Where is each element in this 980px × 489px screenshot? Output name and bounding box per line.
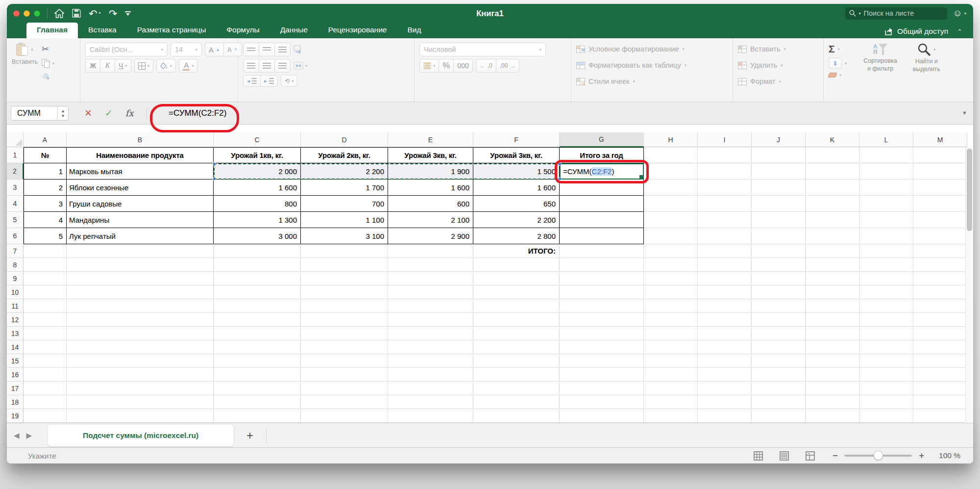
- cell[interactable]: [859, 180, 913, 196]
- sheet-tab-active[interactable]: Подсчет суммы (microexcel.ru): [48, 425, 234, 446]
- col-header[interactable]: A: [24, 132, 67, 147]
- cell[interactable]: [698, 212, 752, 228]
- cell[interactable]: [301, 395, 388, 409]
- ribbon-tab[interactable]: Данные: [270, 23, 318, 38]
- col-header[interactable]: J: [752, 132, 806, 147]
- fill-color-button[interactable]: ▾: [156, 59, 176, 73]
- cell[interactable]: [859, 272, 913, 285]
- cell[interactable]: [24, 409, 67, 423]
- cell[interactable]: [560, 313, 644, 327]
- align-top-button[interactable]: [243, 43, 259, 56]
- row-header[interactable]: 7: [7, 244, 24, 258]
- cell[interactable]: [214, 340, 301, 354]
- cell[interactable]: [214, 285, 301, 299]
- formula-input[interactable]: =СУММ(C2:F2): [169, 108, 226, 118]
- cell[interactable]: Урожай 2кв, кг.: [301, 147, 388, 163]
- search-input[interactable]: ▾ Поиск на листе: [845, 7, 947, 20]
- row-header[interactable]: 17: [7, 382, 24, 395]
- cell[interactable]: [806, 147, 859, 163]
- cell[interactable]: 4: [24, 212, 67, 228]
- cell[interactable]: [560, 382, 644, 395]
- cell[interactable]: 3 100: [301, 228, 388, 244]
- conditional-formatting-button[interactable]: Условное форматирование▾: [576, 43, 686, 55]
- cell[interactable]: [806, 313, 859, 327]
- cell[interactable]: [67, 272, 214, 285]
- cell[interactable]: [473, 409, 560, 423]
- fill-button[interactable]: ⬇▾: [829, 58, 847, 69]
- cell[interactable]: [913, 340, 967, 354]
- cell[interactable]: [859, 327, 913, 340]
- cell[interactable]: [752, 382, 806, 395]
- cell[interactable]: [214, 395, 301, 409]
- cell[interactable]: [24, 382, 67, 395]
- cell[interactable]: [806, 212, 859, 228]
- find-select-button[interactable]: ▾ Найти ивыделить: [913, 43, 940, 100]
- col-header[interactable]: D: [301, 132, 388, 147]
- cell[interactable]: [388, 272, 473, 285]
- cell[interactable]: [24, 354, 67, 368]
- cell[interactable]: [473, 258, 560, 272]
- cell[interactable]: [913, 299, 967, 313]
- row-header[interactable]: 9: [7, 272, 24, 285]
- cell[interactable]: [859, 368, 913, 382]
- cell[interactable]: [859, 313, 913, 327]
- cell[interactable]: [752, 299, 806, 313]
- cell[interactable]: [24, 340, 67, 354]
- cell[interactable]: [24, 368, 67, 382]
- home-icon[interactable]: [54, 9, 64, 18]
- cell[interactable]: [644, 299, 698, 313]
- cell[interactable]: [913, 285, 967, 299]
- cell[interactable]: 2 100: [388, 212, 473, 228]
- cell[interactable]: [859, 299, 913, 313]
- cell[interactable]: ИТОГО:: [473, 244, 560, 258]
- percent-format-button[interactable]: %: [439, 59, 453, 73]
- row-header[interactable]: 6: [7, 228, 24, 244]
- close-button[interactable]: [13, 10, 20, 17]
- col-header[interactable]: G: [560, 132, 644, 147]
- cell[interactable]: [698, 340, 752, 354]
- cell[interactable]: [473, 313, 560, 327]
- minimize-button[interactable]: [24, 10, 30, 17]
- cell[interactable]: [644, 327, 698, 340]
- cell[interactable]: [644, 272, 698, 285]
- italic-button[interactable]: К: [100, 59, 115, 73]
- cell[interactable]: Груши садовые: [67, 196, 214, 212]
- cell[interactable]: [388, 313, 473, 327]
- col-header[interactable]: C: [214, 132, 301, 147]
- format-as-table-button[interactable]: Форматировать как таблицу▾: [576, 59, 686, 72]
- cell[interactable]: [301, 354, 388, 368]
- cell[interactable]: 600: [388, 196, 473, 212]
- cell[interactable]: 2 200: [473, 212, 560, 228]
- cell[interactable]: [214, 272, 301, 285]
- font-color-button[interactable]: А▾: [179, 59, 197, 73]
- insert-cells-button[interactable]: Вставить▾: [738, 43, 786, 55]
- cell[interactable]: №: [24, 147, 67, 163]
- cell[interactable]: [301, 368, 388, 382]
- cell[interactable]: [301, 299, 388, 313]
- cell[interactable]: [560, 327, 644, 340]
- cell[interactable]: [698, 272, 752, 285]
- row-header[interactable]: 18: [7, 395, 24, 409]
- cell[interactable]: [560, 244, 644, 258]
- vertical-scrollbar-thumb[interactable]: [967, 149, 972, 231]
- cell[interactable]: [698, 258, 752, 272]
- cell[interactable]: [644, 340, 698, 354]
- cell[interactable]: [913, 368, 967, 382]
- cell[interactable]: [301, 340, 388, 354]
- cell[interactable]: [473, 340, 560, 354]
- clear-button[interactable]: ▾: [829, 73, 847, 77]
- cell[interactable]: [388, 409, 473, 423]
- cell[interactable]: [698, 313, 752, 327]
- normal-view-icon[interactable]: [754, 451, 763, 461]
- next-sheet-icon[interactable]: ▶: [26, 431, 39, 440]
- cell[interactable]: [560, 299, 644, 313]
- cell[interactable]: [806, 285, 859, 299]
- cell[interactable]: [67, 285, 214, 299]
- font-name-combo[interactable]: Calibri (Осн...▾: [85, 43, 168, 56]
- ribbon-tab[interactable]: Рецензирование: [318, 23, 397, 38]
- cell[interactable]: [698, 285, 752, 299]
- name-box[interactable]: СУММ ▲▼: [11, 106, 69, 121]
- wrap-text-icon[interactable]: [294, 45, 303, 54]
- cell[interactable]: [752, 409, 806, 423]
- cell[interactable]: [698, 180, 752, 196]
